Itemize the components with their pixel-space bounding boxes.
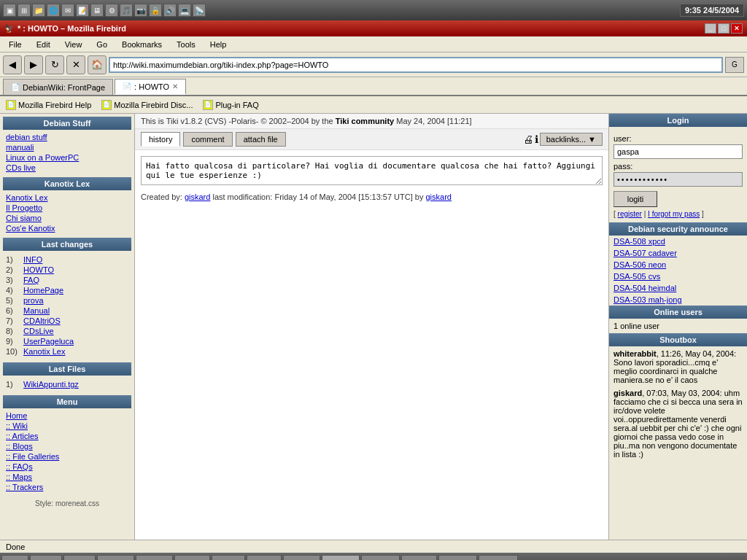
menu-go[interactable]: Go	[90, 39, 113, 50]
menu-bar: File Edit View Go Bookmarks Tools Help	[0, 36, 747, 52]
right-panel: Login user: pass: logiti [ register | I …	[608, 114, 747, 540]
taskbar-icon-4[interactable]: 🌐	[47, 4, 60, 17]
taskbar-als-me[interactable]: Al's Me	[212, 555, 245, 560]
history-tab[interactable]: history	[141, 132, 180, 147]
created-user-link[interactable]: giskard	[185, 192, 210, 201]
menu-view[interactable]: View	[59, 39, 88, 50]
taskbar-icon-13[interactable]: 💻	[178, 4, 191, 17]
list-item: 10)Kanotix Lex	[6, 346, 128, 357]
sidebar-item-manuali[interactable]: manuali	[3, 142, 131, 152]
maximize-button[interactable]: □	[718, 23, 729, 34]
sidebar-menu-blogs[interactable]: :: Blogs	[3, 441, 131, 451]
print-icon[interactable]: 🖨	[523, 133, 533, 145]
modified-user-link[interactable]: giskard	[426, 192, 452, 201]
sidebar-menu-file-galleries[interactable]: :: File Galleries	[3, 451, 131, 462]
sidebar-menu-articles[interactable]: :: Articles	[3, 431, 131, 441]
security-item-dsa504[interactable]: DSA-504 heimdal	[609, 282, 747, 294]
sidebar-item-cds-live[interactable]: CDs live	[3, 163, 131, 173]
title-bar: 🦅 * : HOWTO – Mozilla Firebird _ □ ✕	[0, 20, 747, 36]
main-content: Debian Stuff debian stuff manuali Linux …	[0, 114, 747, 540]
sidebar-item-cose-kanotix[interactable]: Cos'e Kanotix	[3, 223, 131, 233]
bookmark-3[interactable]: 📄 Plug-in FAQ	[200, 99, 261, 111]
sidebar-last-files-title: Last Files	[3, 362, 131, 376]
security-item-dsa506[interactable]: DSA-506 neon	[609, 259, 747, 271]
home-button[interactable]: 🏠	[88, 55, 107, 74]
taskbar-xchat[interactable]: X-Chat I	[283, 555, 320, 560]
taskbar-xmms[interactable]: XMMS	[30, 555, 62, 560]
taskbar-icon-8[interactable]: ⚙	[105, 4, 118, 17]
taskbar-cartelle[interactable]: Cartelle	[174, 555, 209, 560]
address-input[interactable]	[109, 57, 723, 73]
login-title: Login	[609, 114, 747, 127]
taskbar-icon-7[interactable]: 🖥	[90, 4, 104, 17]
security-item-dsa507[interactable]: DSA-507 cadaver	[609, 247, 747, 259]
sidebar-item-linux-powerpc[interactable]: Linux on a PowerPC	[3, 152, 131, 163]
sidebar-item-kanotix-lex[interactable]: Kanotix Lex	[3, 192, 131, 203]
taskbar-ickle[interactable]: ickle - G	[97, 555, 134, 560]
taskbar-calenda[interactable]: Calenda	[136, 555, 173, 560]
stop-button[interactable]: ✕	[66, 55, 85, 74]
forgot-pass-link[interactable]: I forgot my pass	[648, 210, 700, 218]
taskbar-icon-10[interactable]: 📷	[134, 4, 147, 17]
taskbar-icon-9[interactable]: 🎵	[120, 4, 133, 17]
taskbar-icon-3[interactable]: 📁	[32, 4, 45, 17]
sidebar-menu-maps[interactable]: :: Maps	[3, 472, 131, 482]
menu-edit[interactable]: Edit	[31, 39, 56, 50]
menu-bookmarks[interactable]: Bookmarks	[116, 39, 168, 50]
sidebar-menu-wiki[interactable]: :: Wiki	[3, 421, 131, 431]
taskbar-immagini[interactable]: Immagini	[479, 555, 519, 560]
taskbar-icon-11[interactable]: 🔒	[149, 4, 162, 17]
taskbar-icon-2[interactable]: ⊞	[18, 4, 31, 17]
security-item-dsa505[interactable]: DSA-505 cvs	[609, 271, 747, 282]
bookmark-1[interactable]: 📄 Mozilla Firebird Help	[3, 99, 94, 111]
attach-file-tab[interactable]: attach file	[236, 132, 286, 147]
minimize-button[interactable]: _	[705, 23, 716, 34]
bookmark-icon-3: 📄	[203, 100, 213, 110]
taskbar-icon-1[interactable]: ▣	[3, 4, 16, 17]
taskbar-icon-12[interactable]: 🔊	[163, 4, 177, 17]
sidebar-menu-home[interactable]: Home	[3, 411, 131, 421]
menu-tools[interactable]: Tools	[171, 39, 201, 50]
back-button[interactable]: ◀	[3, 55, 22, 74]
taskbar-varie[interactable]: Varie	[1, 555, 28, 560]
sidebar-item-chi-siamo[interactable]: Chi siamo	[3, 213, 131, 223]
security-item-dsa508[interactable]: DSA-508 xpcd	[609, 236, 747, 247]
comment-tab[interactable]: comment	[183, 132, 232, 147]
tab-debianwiki[interactable]: 📄 DebianWiki: FrontPage	[3, 79, 113, 95]
backlinks-button[interactable]: backlinks... ▼	[540, 133, 603, 146]
sidebar-last-changes-title: Last changes	[3, 238, 131, 251]
taskbar-icon-6[interactable]: 📝	[76, 4, 89, 17]
tab-close-icon[interactable]: ✕	[172, 82, 178, 90]
sidebar-menu-trackers[interactable]: :: Trackers	[3, 482, 131, 492]
menu-file[interactable]: File	[3, 39, 28, 50]
taskbar-gimp[interactable]: The GIM	[361, 555, 400, 560]
menu-help[interactable]: Help	[204, 39, 233, 50]
list-item: 3)FAQ	[6, 275, 128, 285]
security-item-dsa503[interactable]: DSA-503 mah-jong	[609, 294, 747, 306]
sidebar-item-debian-stuff[interactable]: debian stuff	[3, 132, 131, 142]
register-link[interactable]: register	[618, 210, 642, 218]
page-description[interactable]	[141, 156, 603, 185]
sidebar-item-il-progetto[interactable]: Il Progetto	[3, 203, 131, 213]
tiki-community-link[interactable]: Tiki community	[336, 117, 394, 125]
bookmark-2[interactable]: 📄 Mozilla Firebird Disc...	[98, 99, 196, 111]
sidebar-menu-faqs[interactable]: :: FAQs	[3, 462, 131, 472]
taskbar-shell[interactable]: # Shell	[63, 555, 96, 560]
list-item: 9)UserPageluca	[6, 336, 128, 346]
taskbar-icon-14[interactable]: 📡	[193, 4, 206, 17]
taskbar-livelli[interactable]: Livelli, c	[401, 555, 438, 560]
reload-button[interactable]: ↻	[45, 55, 64, 74]
close-button[interactable]: ✕	[731, 23, 743, 34]
taskbar-selezion[interactable]: Selezion	[438, 555, 476, 560]
taskbar-talk2[interactable]: talk2.sx	[247, 555, 282, 560]
go-button[interactable]: G	[725, 57, 744, 73]
login-button[interactable]: logiti	[614, 191, 657, 207]
info-icon[interactable]: ℹ	[535, 133, 538, 145]
taskbar-howto[interactable]: HOWTO	[322, 555, 360, 560]
pass-input[interactable]	[614, 172, 743, 187]
bookmark-label-2: Mozilla Firebird Disc...	[114, 101, 193, 109]
user-input[interactable]	[614, 144, 743, 159]
tab-howto[interactable]: 📄 : HOWTO ✕	[115, 79, 186, 95]
forward-button[interactable]: ▶	[24, 55, 43, 74]
taskbar-icon-5[interactable]: ✉	[61, 4, 74, 17]
